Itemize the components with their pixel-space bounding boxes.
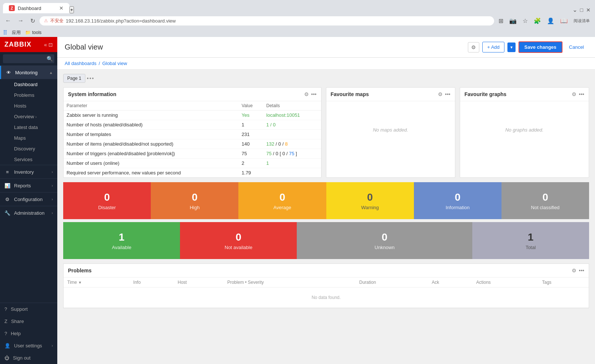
favourite-graphs-more-button[interactable]: ••• [579,91,584,97]
favourite-maps-settings-button[interactable]: ⚙ [438,91,443,97]
share-label: Share [11,319,24,324]
availability-available-block[interactable]: 1 Available [63,222,180,259]
help-label: Help [11,331,21,336]
row-value: 1.79 [239,168,264,178]
favourite-maps-no-data: No maps added. [330,105,451,155]
availability-notavailable-label: Not available [225,245,252,250]
sidebar-item-configuration[interactable]: ⚙ Configuration › [0,193,57,206]
availability-total-block[interactable]: 1 Total [472,222,589,259]
sidebar-item-services[interactable]: Services [0,154,57,165]
problems-settings-button[interactable]: ⚙ [572,268,577,273]
sidebar-item-user-settings[interactable]: 👤 User settings › [0,340,57,352]
tab-title: Dashboard [18,6,41,11]
sidebar-item-problems[interactable]: Problems [0,90,57,101]
reader-mode-button[interactable]: 📖 [558,17,570,25]
row-details: 1 [264,159,321,168]
security-icon: ⚠ [44,18,48,23]
sidebar-item-monitoring[interactable]: 👁 Monitoring ▲ [0,66,57,79]
sidebar-item-support[interactable]: ? Support [0,303,57,315]
back-button[interactable]: ← [3,17,13,25]
severity-information-block[interactable]: 0 Information [414,182,501,219]
translate-button[interactable]: 阅读清单 [571,17,592,25]
row-details: 75 / 0 [ 0 / 75 ] [264,149,321,159]
page-options-button[interactable]: ••• [87,75,95,81]
favourite-graphs-no-data: No graphs added. [464,105,585,155]
tab-close-button[interactable]: ✕ [59,5,64,11]
sidebar-item-overview[interactable]: Overview › [0,111,57,122]
col-value: Value [239,101,264,110]
row-param: Number of items (enabled/disabled/not su… [64,139,239,149]
problems-widget: Problems ⚙ ••• Time ▼ Info Host Problem … [63,263,589,308]
window-restore-icon[interactable]: □ [580,7,583,13]
cancel-button[interactable]: Cancel [565,42,588,52]
severity-warning-block[interactable]: 0 Warning [326,182,414,219]
new-tab-button[interactable]: + [69,6,74,13]
apps-icon[interactable]: ⠿ [3,29,7,36]
window-minimize-icon[interactable]: ⌄ [572,6,577,13]
add-button[interactable]: + Add [482,42,504,52]
severity-high-block[interactable]: 0 High [151,182,238,219]
availability-row: 1 Available 0 Not available 0 Unknown 1 … [63,222,589,259]
availability-notavailable-count: 0 [236,231,242,244]
availability-notavailable-block[interactable]: 0 Not available [180,222,297,259]
browser-tab-dashboard[interactable]: Z Dashboard ✕ [3,3,69,13]
forward-button[interactable]: → [16,17,26,25]
row-param: Zabbix server is running [64,110,239,120]
sidebar-item-maps[interactable]: Maps [0,133,57,143]
problems-more-button[interactable]: ••• [579,268,584,273]
user-settings-arrow: › [52,344,53,348]
breadcrumb-all-dashboards[interactable]: All dashboards [65,61,96,66]
extensions-button[interactable]: ⊞ [496,17,506,25]
save-changes-button[interactable]: Save changes [518,41,562,53]
bookmark-apps[interactable]: 应用 [12,30,21,36]
sidebar-item-sign-out[interactable]: ⏻ Sign out [0,352,57,364]
sidebar-item-inventory[interactable]: ≡ Inventory › [0,165,57,178]
sidebar-item-administration[interactable]: 🔧 Administration › [0,206,57,220]
availability-total-count: 1 [528,231,534,244]
dashboard-settings-button[interactable]: ⚙ [468,42,479,52]
sidebar-monitoring-label: Monitoring [15,70,38,75]
system-info-header: System information ⚙ ••• [64,88,321,101]
sidebar-collapse-button[interactable]: « [44,42,47,48]
bookmark-tools[interactable]: 📁 tools [25,30,41,35]
availability-unknown-block[interactable]: 0 Unknown [297,222,472,259]
system-info-settings-button[interactable]: ⚙ [304,91,309,97]
severity-notclassified-block[interactable]: 0 Not classified [501,182,589,219]
problems-controls: ⚙ ••• [572,268,584,273]
sidebar-item-dashboard[interactable]: Dashboard [0,79,57,90]
severity-average-block[interactable]: 0 Average [238,182,326,219]
breadcrumb-current[interactable]: Global view [102,61,127,66]
profile-button[interactable]: 👤 [545,17,557,25]
items-enabled: 132 [266,141,275,147]
sidebar-item-share[interactable]: Z Share [0,315,57,327]
severity-disaster-label: Disaster [98,205,116,210]
add-dropdown-button[interactable]: ▾ [507,42,516,52]
address-bar[interactable]: ⚠ 不安全 192.168.23.116/zabbix.php?action=d… [40,16,494,25]
table-row: Required server performance, new values … [64,168,321,178]
bookmark-folder-icon: 📁 [25,30,31,35]
sidebar-item-help[interactable]: ? Help [0,327,57,340]
sidebar-item-hosts[interactable]: Hosts [0,101,57,111]
add-button-label: + Add [487,44,500,50]
reload-button[interactable]: ↻ [28,17,37,25]
bookmark-star[interactable]: ☆ [520,17,530,25]
administration-arrow-icon: › [52,211,53,215]
page-label[interactable]: Page 1 [63,74,85,83]
sidebar-item-latest-data[interactable]: Latest data [0,122,57,133]
extensions-icon[interactable]: 🧩 [531,17,543,25]
sidebar-search-button[interactable]: 🔍 [47,56,53,62]
favourite-maps-body: No maps added. [326,101,455,175]
favourite-maps-more-button[interactable]: ••• [445,91,450,97]
sidebar-item-discovery[interactable]: Discovery [0,143,57,154]
favourite-graphs-settings-button[interactable]: ⚙ [572,91,577,97]
system-info-table: Parameter Value Details Zabbix server is… [64,101,321,177]
availability-available-label: Available [112,245,132,250]
screenshot-button[interactable]: 📷 [507,17,519,25]
system-info-more-button[interactable]: ••• [311,91,317,97]
col-time[interactable]: Time ▼ [64,278,130,288]
window-close-icon[interactable]: ✕ [586,7,591,13]
severity-disaster-block[interactable]: 0 Disaster [63,182,151,219]
sidebar-expand-button[interactable]: ⊡ [48,42,53,48]
problems-label: Problems [14,92,34,98]
sidebar-item-reports[interactable]: 📊 Reports › [0,179,57,192]
